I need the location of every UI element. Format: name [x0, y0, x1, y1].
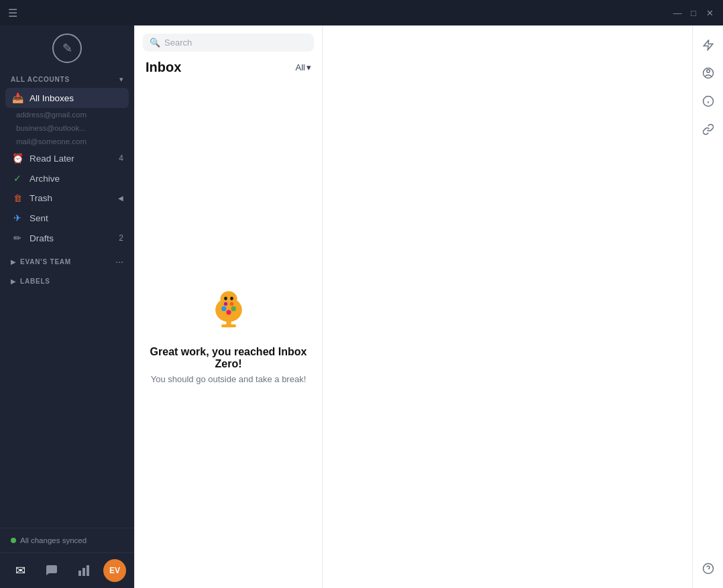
nav-item-all-inboxes[interactable]: 📥 All Inboxes — [5, 88, 129, 108]
nav-item-read-later[interactable]: ⏰ Read Later 4 — [5, 148, 129, 168]
labels-arrow-icon: ▶ — [11, 278, 16, 285]
hamburger-icon[interactable]: ☰ — [8, 7, 17, 19]
avatar-initials: EV — [109, 566, 120, 575]
far-right-toolbar — [692, 25, 723, 588]
sync-status: All changes synced — [11, 534, 123, 547]
bottom-nav: ✉ EV — [0, 552, 134, 588]
compose-area: ✎ — [11, 34, 123, 63]
inbox-filter-arrow-icon: ▾ — [307, 62, 311, 72]
drafts-icon: ✏ — [11, 233, 24, 243]
reading-pane — [322, 25, 692, 588]
svg-point-4 — [220, 291, 237, 306]
trash-icon: 🗑 — [11, 193, 24, 203]
sidebar-bottom: All changes synced — [0, 528, 134, 552]
mail-nav-button[interactable]: ✉ — [8, 558, 32, 583]
all-inboxes-label: All Inboxes — [30, 93, 123, 103]
lightning-button[interactable] — [697, 34, 720, 56]
nav-item-archive[interactable]: ✓ Archive — [5, 168, 129, 188]
labels-section-header[interactable]: ▶ LABELS — [5, 270, 129, 288]
minimize-button[interactable]: — — [672, 7, 683, 18]
drafts-badge: 2 — [119, 233, 123, 243]
sent-icon: ✈ — [11, 213, 24, 223]
inbox-filter-label: All — [296, 62, 305, 72]
svg-point-5 — [221, 306, 226, 311]
inbox-icon: 📥 — [11, 93, 24, 103]
search-bar: 🔍 — [135, 25, 322, 57]
account-email-2[interactable]: business@outlook... — [5, 121, 129, 135]
svg-point-6 — [226, 310, 231, 314]
accounts-arrow-icon: ▾ — [119, 75, 123, 84]
inbox-filter-button[interactable]: All ▾ — [296, 62, 311, 72]
evans-team-arrow-icon: ▶ — [11, 258, 16, 266]
archive-icon: ✓ — [11, 173, 24, 184]
inbox-header: Inbox All ▾ — [135, 57, 322, 83]
compose-icon: ✎ — [62, 41, 72, 56]
link-icon — [702, 123, 714, 135]
svg-rect-2 — [87, 565, 89, 576]
svg-rect-1 — [82, 568, 85, 576]
sync-status-text: All changes synced — [20, 536, 87, 544]
search-input[interactable] — [164, 38, 307, 48]
labels-label: LABELS — [20, 278, 123, 285]
info-icon — [702, 95, 714, 107]
nav-item-trash[interactable]: 🗑 Trash ◀ — [5, 188, 129, 208]
chat-nav-button[interactable] — [40, 558, 64, 583]
stats-icon — [77, 564, 91, 577]
svg-rect-11 — [221, 325, 236, 328]
help-icon — [702, 563, 714, 575]
svg-point-7 — [231, 306, 235, 311]
empty-state: Great work, you reached Inbox Zero! You … — [135, 83, 322, 588]
search-icon: 🔍 — [150, 38, 160, 48]
far-right-bottom — [697, 557, 720, 580]
sidebar: ✎ ALL ACCOUNTS ▾ 📥 All Inboxes address@g… — [0, 25, 134, 588]
svg-point-8 — [223, 302, 227, 306]
evans-team-more-icon[interactable]: ··· — [115, 256, 123, 267]
inbox-zero-icon — [205, 287, 253, 335]
sync-status-dot — [11, 538, 16, 543]
evans-team-label: EVAN'S TEAM — [20, 258, 115, 266]
read-later-label: Read Later — [30, 154, 119, 164]
lightning-icon — [702, 39, 714, 51]
svg-point-13 — [230, 296, 233, 300]
sent-label: Sent — [30, 213, 123, 223]
avatar-button[interactable]: EV — [103, 559, 126, 582]
svg-point-15 — [706, 70, 710, 73]
svg-rect-0 — [78, 571, 81, 576]
titlebar: ☰ — □ ✕ — [0, 0, 723, 25]
svg-point-9 — [229, 302, 233, 306]
close-button[interactable]: ✕ — [704, 7, 715, 18]
app-body: ✎ ALL ACCOUNTS ▾ 📥 All Inboxes address@g… — [0, 25, 723, 588]
account-email-3[interactable]: mail@someone.com — [5, 135, 129, 148]
empty-state-title: Great work, you reached Inbox Zero! — [148, 346, 309, 370]
nav-item-drafts[interactable]: ✏ Drafts 2 — [5, 228, 129, 248]
inbox-title: Inbox — [146, 60, 181, 75]
search-input-wrap: 🔍 — [143, 34, 314, 52]
archive-label: Archive — [30, 174, 123, 184]
accounts-header[interactable]: ALL ACCOUNTS ▾ — [5, 71, 129, 88]
compose-button[interactable]: ✎ — [52, 34, 82, 63]
empty-state-subtitle: You should go outside and take a break! — [151, 374, 307, 384]
evans-team-section-header[interactable]: ▶ EVAN'S TEAM ··· — [5, 248, 129, 270]
trash-arrow-icon: ◀ — [118, 194, 123, 202]
drafts-label: Drafts — [30, 233, 119, 243]
help-button[interactable] — [697, 557, 720, 580]
accounts-header-label: ALL ACCOUNTS — [11, 76, 70, 83]
read-later-badge: 4 — [119, 154, 123, 163]
trash-label: Trash — [30, 193, 118, 203]
stats-nav-button[interactable] — [72, 558, 96, 583]
chat-icon — [45, 564, 58, 577]
info-button[interactable] — [697, 90, 720, 113]
accounts-section: ALL ACCOUNTS ▾ 📥 All Inboxes address@gma… — [0, 71, 134, 528]
svg-point-12 — [224, 296, 227, 300]
account-email-1[interactable]: address@gmail.com — [5, 108, 129, 121]
middle-panel: 🔍 Inbox All ▾ — [134, 25, 322, 588]
maximize-button[interactable]: □ — [688, 7, 699, 18]
person-circle-icon — [702, 67, 714, 79]
window-controls: — □ ✕ — [672, 7, 715, 18]
link-button[interactable] — [697, 118, 720, 141]
person-button[interactable] — [697, 62, 720, 84]
nav-item-sent[interactable]: ✈ Sent — [5, 208, 129, 228]
read-later-icon: ⏰ — [11, 153, 24, 164]
